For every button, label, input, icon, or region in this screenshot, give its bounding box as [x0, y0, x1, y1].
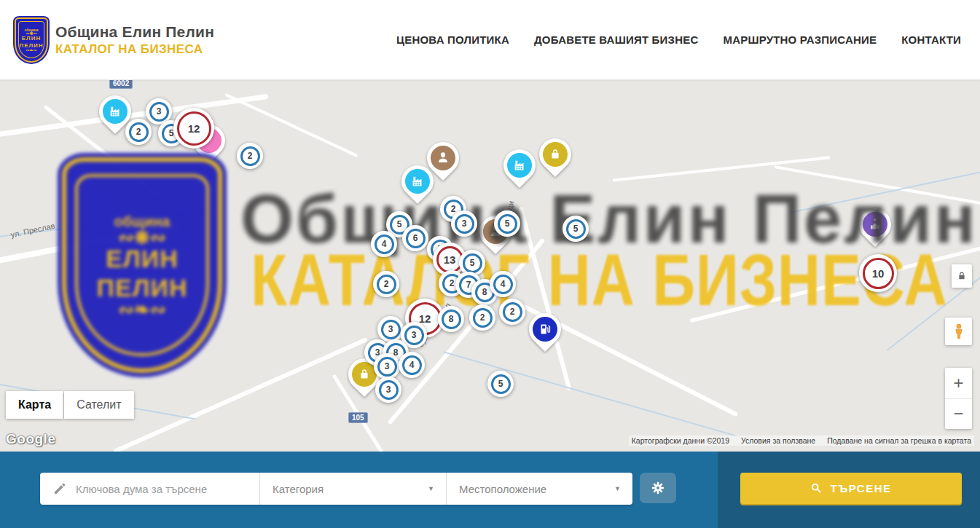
cluster-marker[interactable]: 3: [451, 210, 477, 237]
cluster-marker[interactable]: 2: [237, 143, 263, 169]
gear-icon: [650, 480, 666, 496]
cluster-count: 2: [510, 307, 515, 317]
map-type-control: Карта Сателит: [6, 391, 134, 419]
search-button-label: ТЪРСЕНЕ: [830, 482, 891, 494]
factory-icon: [409, 173, 426, 189]
cluster-marker[interactable]: 5: [562, 216, 589, 242]
map-canvas[interactable]: 6002105ул. Преславбул. „Новоселци община…: [0, 80, 980, 452]
church-icon: [867, 216, 883, 232]
map-type-map-button[interactable]: Карта: [6, 391, 63, 419]
shopping-bag-icon: [547, 146, 563, 162]
cluster-count: 5: [470, 258, 475, 268]
cluster-count: 5: [498, 379, 503, 389]
nav-route-schedule[interactable]: МАРШРУТНО РАЗПИСАНИЕ: [723, 34, 877, 46]
church-pin[interactable]: [852, 202, 898, 247]
street-name-label: ул. Преслав: [9, 221, 55, 240]
cluster-marker[interactable]: 3: [374, 353, 400, 379]
pegman-icon: [950, 322, 968, 341]
cluster-count: 10: [872, 267, 885, 280]
cluster-marker[interactable]: 5: [494, 210, 520, 237]
cluster-count: 2: [136, 127, 141, 137]
chevron-down-icon: ▼: [428, 485, 434, 492]
street-name-label: ци: [505, 200, 515, 211]
cluster-marker[interactable]: 12: [173, 108, 214, 149]
zoom-in-button[interactable]: +: [945, 368, 972, 398]
main-nav: ЦЕНОВА ПОЛИТИКА ДОБАВЕТЕ ВАШИЯТ БИЗНЕС М…: [396, 34, 961, 46]
site-logo[interactable]: община ∾❋∾ ЕЛИН ПЕЛИН ∾❧∾ Община Елин Пе…: [15, 17, 214, 63]
attribution-report-link[interactable]: Подаване на сигнал за грешка в картата: [827, 436, 971, 445]
lock-icon[interactable]: [952, 264, 972, 288]
cluster-count: 12: [419, 312, 431, 325]
nav-contacts[interactable]: КОНТАКТИ: [901, 34, 961, 46]
shop-pin[interactable]: [533, 132, 578, 177]
google-logo[interactable]: Google: [6, 431, 55, 447]
advanced-settings-button[interactable]: [640, 473, 676, 503]
cluster-marker[interactable]: 4: [399, 352, 425, 378]
cluster-marker[interactable]: 2: [499, 299, 525, 325]
cluster-count: 2: [480, 312, 485, 323]
road-segment: [113, 337, 368, 452]
factory-icon: [511, 157, 528, 173]
road-number-badge: 6002: [109, 80, 133, 89]
keyword-search-input[interactable]: [76, 483, 251, 495]
cluster-marker[interactable]: 5: [487, 371, 514, 397]
cluster-count: 2: [248, 151, 253, 161]
watermark-crest: община ∾❋∾ ЕЛИН ПЕЛИН ∾❧∾: [62, 157, 222, 373]
search-bar: Категория ▼ Местоположение ▼ ТЪРСЕНЕ: [0, 452, 980, 528]
keyword-field-wrap: [40, 473, 259, 505]
cluster-marker[interactable]: 8: [438, 306, 464, 332]
fuel-station-pin[interactable]: [522, 307, 568, 352]
cluster-count: 2: [450, 278, 455, 288]
zoom-control: + −: [945, 368, 972, 429]
cluster-count: 3: [462, 218, 467, 229]
cluster-count: 2: [384, 279, 389, 289]
cluster-marker[interactable]: 2: [469, 304, 495, 331]
cluster-marker[interactable]: 3: [377, 316, 404, 342]
zoom-out-button[interactable]: −: [945, 398, 972, 430]
attribution-terms-link[interactable]: Условия за ползване: [741, 436, 815, 445]
cluster-count: 3: [412, 330, 417, 340]
cluster-count: 2: [451, 204, 456, 214]
location-select[interactable]: Местоположение ▼: [447, 473, 632, 505]
cluster-count: 5: [573, 224, 579, 234]
search-icon: [810, 482, 823, 494]
search-field-group: Категория ▼ Местоположение ▼: [40, 473, 632, 505]
factory-pin[interactable]: [497, 143, 542, 188]
worker-icon: [435, 150, 451, 166]
cluster-marker[interactable]: 4: [371, 231, 397, 257]
cluster-count: 4: [382, 239, 387, 249]
cluster-count: 5: [397, 219, 402, 229]
cluster-count: 3: [385, 361, 390, 371]
cluster-marker[interactable]: 2: [373, 271, 399, 297]
cluster-count: 13: [444, 253, 456, 266]
watermark-subtitle: КАТАЛОГ НА БИЗНЕСА: [251, 243, 947, 316]
fuel-icon: [537, 321, 553, 337]
cluster-count: 8: [449, 314, 454, 324]
road-segment: [690, 235, 980, 323]
location-select-value: Местоположение: [459, 483, 546, 495]
factory-icon: [107, 103, 123, 119]
cluster-marker[interactable]: 6: [402, 225, 428, 251]
cluster-marker[interactable]: 4: [490, 271, 516, 297]
cluster-count: 3: [388, 324, 393, 334]
site-header: община ∾❋∾ ЕЛИН ПЕЛИН ∾❧∾ Община Елин Пе…: [0, 0, 980, 80]
map-type-satellite-button[interactable]: Сателит: [64, 391, 133, 419]
cluster-count: 4: [409, 360, 415, 370]
category-select-value: Категория: [273, 483, 324, 495]
cluster-count: 4: [501, 279, 506, 289]
cluster-count: 3: [157, 106, 162, 117]
chevron-down-icon: ▼: [614, 485, 621, 492]
nav-add-business[interactable]: ДОБАВЕТЕ ВАШИЯТ БИЗНЕС: [534, 34, 698, 46]
category-select[interactable]: Категория ▼: [260, 473, 446, 505]
cluster-count: 3: [386, 385, 391, 395]
cluster-marker[interactable]: 3: [375, 377, 401, 403]
site-title: Община Елин Пелин: [55, 23, 214, 41]
nav-pricing[interactable]: ЦЕНОВА ПОЛИТИКА: [396, 34, 509, 46]
cluster-marker[interactable]: 2: [125, 119, 152, 145]
attribution-copyright: Картографски данни ©2019: [632, 436, 729, 445]
street-view-pegman[interactable]: [945, 318, 972, 345]
cluster-marker[interactable]: 10: [859, 254, 897, 292]
cluster-count: 12: [188, 122, 200, 135]
search-button[interactable]: ТЪРСЕНЕ: [740, 473, 962, 504]
cluster-count: 5: [505, 218, 510, 229]
